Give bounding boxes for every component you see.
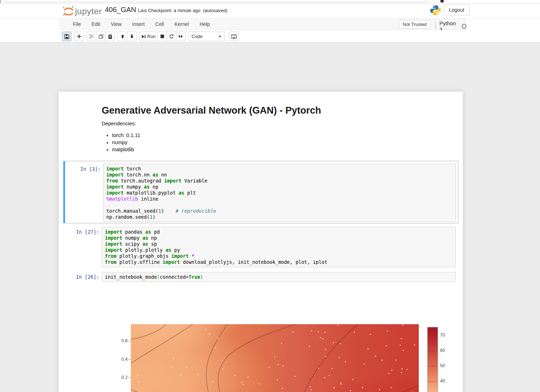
menu-item-cell[interactable]: Cell [150,18,169,30]
logout-button[interactable]: Logout [444,5,470,15]
code-token: np [148,235,157,241]
code-token: as [178,190,184,196]
arrow-down-icon [130,34,134,39]
code-line: %matplotlib inline [106,196,453,202]
code-token: # reproducible [176,208,216,214]
restart-icon [169,34,174,39]
jupyter-logo[interactable]: jupyter [62,5,101,18]
code-line: import torch [106,166,453,172]
jupyter-logo-text: jupyter [75,6,102,16]
code-token: py [171,247,180,253]
cut-cell-button[interactable] [87,32,96,41]
notebook-background: Generative Adversarial Network (GAN) - P… [0,43,540,392]
save-icon [64,34,69,39]
code-token: * [192,253,194,259]
code-token: np [150,184,158,190]
code-token: from [105,253,117,259]
page-title: Generative Adversarial Network (GAN) - P… [102,105,321,116]
copy-cell-button[interactable] [96,32,106,41]
scissors-icon [89,34,94,39]
code-token: import [106,190,124,196]
code-token: as [143,241,148,247]
colorbar-tick-label: 70 [440,333,445,338]
y-axis-tick-label: 0.4 [116,357,128,362]
restart-run-all-button[interactable] [176,32,186,41]
code-cell[interactable]: In [27]:import pandas as pdimport numpy … [63,224,458,270]
copy-icon [98,34,103,39]
code-token: download_plotlyjs, init_notebook_mode, p… [180,259,327,265]
restart-kernel-button[interactable] [167,32,176,41]
browser-address-bar[interactable] [2,0,429,2]
cell-code-editor[interactable]: import torchimport torch.nn as nnfrom to… [103,164,456,222]
notebook-page: Generative Adversarial Network (GAN) - P… [59,92,463,392]
browser-extension-icon[interactable] [440,0,444,2]
y-axis-tick-mark [129,377,130,378]
notebook-title[interactable]: 406_GAN [105,6,136,14]
menu-item-file[interactable]: File [68,18,86,30]
contour-plot-canvas[interactable] [131,324,419,392]
keyboard-icon [231,34,237,39]
insert-cell-button[interactable] [74,32,84,41]
y-axis-tick-label: 0.2 [116,375,128,380]
fast-forward-icon [178,34,183,38]
code-line: import scipy as sp [105,241,453,247]
code-token: import [163,259,180,265]
code-token: nn [158,172,167,178]
move-cell-up-button[interactable] [118,32,127,41]
code-line: import pandas as pd [105,229,453,235]
cell-code-editor[interactable]: import pandas as pdimport numpy as npimp… [102,227,456,267]
menu-item-help[interactable]: Help [194,18,215,30]
code-token: plotly.plotly [122,247,166,253]
code-token: as [166,247,171,253]
colorbar-segment-line [428,351,438,351]
code-token: torch.nn [124,172,153,178]
dependency-item: torch: 0.1.11 [112,133,140,138]
code-cell[interactable]: In [3]:import torchimport torch.nn as nn… [63,161,458,223]
code-line: np.random.seed(1) [106,214,453,220]
code-token: np.random.seed( [106,214,150,220]
colorbar [427,327,438,392]
chevron-down-icon: ▼ [218,35,221,38]
code-line [106,202,453,208]
code-line: torch.manual_seed(1) # reproducible [106,208,453,214]
code-token: torch.autograd [118,178,164,184]
code-line: from plotly.offline import download_plot… [105,259,453,265]
cell-type-select[interactable]: Code ▼ [188,32,225,41]
code-line: from plotly.graph_objs import * [105,253,453,259]
menu-item-kernel[interactable]: Kernel [169,18,194,30]
notebook-header: jupyter 406_GAN Last Checkpoint: a minut… [0,4,540,18]
checkpoint-status: Last Checkpoint: a minute ago [138,8,201,13]
menu-item-view[interactable]: View [106,18,127,30]
code-token: plotly.graph_objs [117,253,171,259]
y-axis-tick-label: 0.6 [116,338,128,343]
python-logo-icon [429,4,442,16]
code-token: as [143,235,148,241]
move-cell-down-button[interactable] [127,32,137,41]
code-token: import [106,172,124,178]
menu-item-insert[interactable]: Insert [127,18,150,30]
code-token: ) [153,214,155,220]
run-button[interactable]: Run [139,32,158,41]
code-token: import [105,235,122,241]
code-token: as [153,172,158,178]
menu-item-edit[interactable]: Edit [86,18,106,30]
command-palette-button[interactable] [229,32,239,41]
kernel-idle-icon [462,24,466,29]
dependency-item: matplotlib [112,147,140,152]
colorbar-tick-label: 40 [440,379,445,383]
trust-status-button[interactable]: Not Trusted [399,20,431,29]
paste-cell-button[interactable] [105,32,115,41]
save-button[interactable] [62,32,71,41]
code-token: as [144,184,150,190]
colorbar-segment-line [428,336,438,336]
code-token: from [106,178,118,184]
plus-icon [77,34,81,39]
menubar: FileEditViewInsertCellKernelHelp Not Tru… [59,18,466,30]
code-token: import [171,253,189,259]
run-button-label: Run [147,34,156,39]
code-token: numpy [122,235,143,241]
jupyter-logo-icon [62,5,75,18]
y-axis-tick-mark [129,359,130,360]
toolbar: Run Code ▼ [0,30,540,43]
interrupt-kernel-button[interactable] [157,32,167,41]
